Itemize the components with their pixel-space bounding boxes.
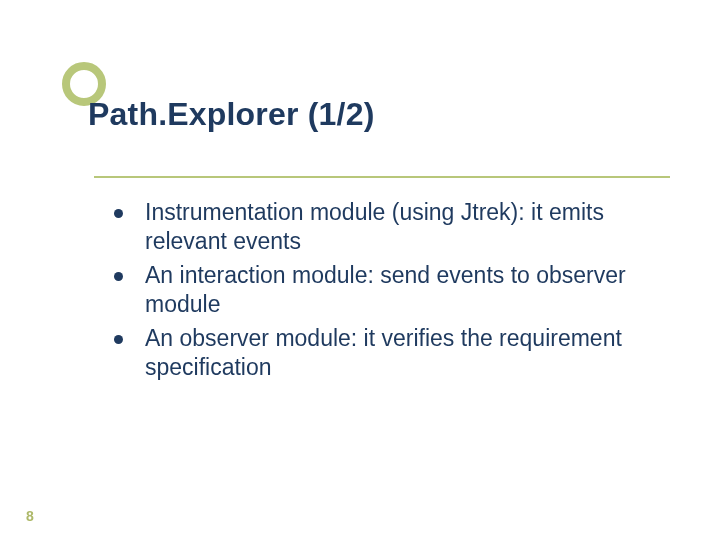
bullet-text: An observer module: it verifies the requ… [145,324,660,383]
body-content: Instrumentation module (using Jtrek): it… [110,198,660,387]
bullet-icon [114,272,123,281]
bullet-icon [114,209,123,218]
title-divider [94,176,670,178]
list-item: Instrumentation module (using Jtrek): it… [110,198,660,257]
slide-title: Path.Explorer (1/2) [88,96,670,141]
bullet-text: An interaction module: send events to ob… [145,261,660,320]
list-item: An observer module: it verifies the requ… [110,324,660,383]
list-item: An interaction module: send events to ob… [110,261,660,320]
bullet-text: Instrumentation module (using Jtrek): it… [145,198,660,257]
page-number: 8 [26,508,34,524]
title-area: Path.Explorer (1/2) [88,96,670,141]
slide: Path.Explorer (1/2) Instrumentation modu… [0,0,720,540]
bullet-icon [114,335,123,344]
